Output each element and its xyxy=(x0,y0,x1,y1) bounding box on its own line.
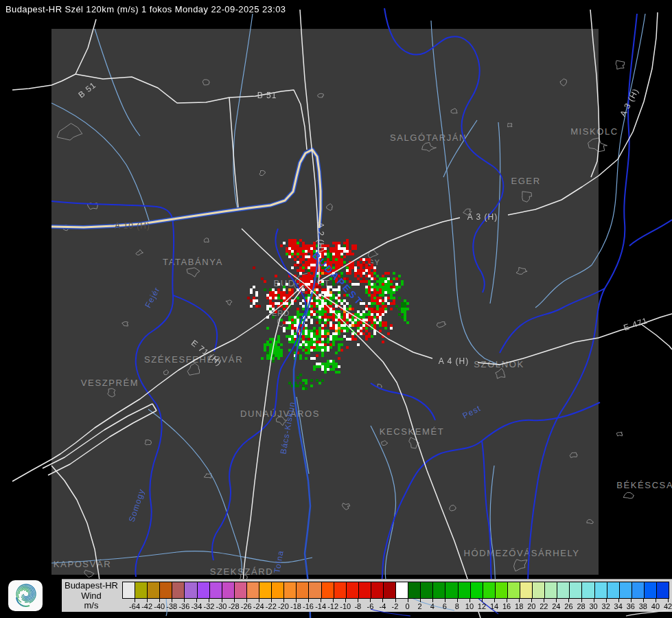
legend-color-box xyxy=(445,582,457,598)
legend-tick-label: -32 xyxy=(204,602,215,610)
legend-color-box xyxy=(532,582,544,598)
legend-tick-label: -8 xyxy=(354,602,361,610)
legend-tick-label: -26 xyxy=(241,602,252,610)
road-label-b-51: B 51 xyxy=(76,80,97,100)
legend-tick-label: 28 xyxy=(577,602,585,610)
legend-color-box xyxy=(147,582,159,598)
legend-tick-label: 8 xyxy=(455,602,459,610)
county-label-b-cs-kiskun: Bács-Kiskun xyxy=(278,401,297,455)
legend-color-box xyxy=(520,582,532,598)
radar-image: Budapest-HR Szél 120km (m/s) 1 fokos Mon… xyxy=(0,0,672,618)
legend-tick-label: 14 xyxy=(490,602,498,610)
legend-tick-label: 34 xyxy=(614,602,623,610)
legend-color-box xyxy=(184,582,196,598)
legend-tick-label: -16 xyxy=(303,602,314,610)
legend-unit: m/s xyxy=(60,601,122,611)
legend-color-box xyxy=(197,582,209,598)
legend-color-box xyxy=(483,582,495,598)
legend-tick-label: -14 xyxy=(315,602,326,610)
legend-product: Wind xyxy=(60,591,122,602)
legend-color-box xyxy=(458,582,470,598)
legend-color-box xyxy=(296,582,308,598)
met-service-spiral-logo xyxy=(8,580,43,611)
page-title: Budapest-HR Szél 120km (m/s) 1 fokos Mon… xyxy=(5,4,286,14)
legend-tick-label: 10 xyxy=(465,602,474,610)
legend-color-box xyxy=(383,582,395,598)
legend-color-box xyxy=(135,582,147,598)
legend-tick-label: 18 xyxy=(515,602,523,610)
legend-tick-label: -64 xyxy=(129,602,140,610)
legend-tick-label: -10 xyxy=(340,602,351,610)
road-label-a-3-h-: A 3 (H) xyxy=(467,212,498,222)
legend-color-box xyxy=(308,582,321,598)
legend-tick-label: 32 xyxy=(602,602,610,610)
legend-tick-label: -40 xyxy=(154,602,165,610)
legend-tick-label: -4 xyxy=(380,602,386,610)
legend-color-box xyxy=(656,582,669,598)
map-text-labels-layer: B 51B 51A 3 (H)A 3 (H)A 10 (H)A 2 (H)A 4… xyxy=(0,0,672,580)
legend-color-strip xyxy=(122,582,669,599)
county-label-somogy: Somogy xyxy=(127,488,147,523)
legend-color-box xyxy=(209,582,222,598)
legend-color-box xyxy=(159,582,172,598)
legend-color-box xyxy=(544,582,557,598)
legend-tick-label: -42 xyxy=(141,602,152,610)
legend-color-box xyxy=(581,582,594,598)
legend-tick-label: 22 xyxy=(540,602,548,610)
legend-tick-label: 24 xyxy=(552,602,560,610)
legend-tick-label: -38 xyxy=(166,602,177,610)
legend-color-box xyxy=(507,582,520,598)
legend-tick-label: -28 xyxy=(229,602,240,610)
legend-color-box xyxy=(346,582,358,598)
legend-bar: Budapest-HR Wind m/s -64-42-40-38-36-34-… xyxy=(0,579,672,618)
legend-tick-label: -2 xyxy=(392,602,399,610)
legend-color-box xyxy=(283,582,296,598)
legend-color-box xyxy=(420,582,432,598)
legend-tick-label: -6 xyxy=(367,602,373,610)
legend-color-box xyxy=(259,582,271,598)
road-label-e-71-h-: E 71 (H) xyxy=(189,338,224,367)
legend-tick-label: -20 xyxy=(278,602,289,610)
legend-color-box xyxy=(619,582,632,598)
legend-tick-label: -34 xyxy=(191,602,202,610)
legend-color-box xyxy=(470,582,483,598)
legend-tick-label: 6 xyxy=(443,602,447,610)
legend-tick-label: 0 xyxy=(406,602,410,610)
road-label-a-3-h-: A 3 (H) xyxy=(618,87,640,118)
legend-tick-label: -18 xyxy=(290,602,301,610)
legend-color-box xyxy=(321,582,334,598)
road-label-a-4-h-: A 4 (H) xyxy=(439,356,469,366)
legend-color-box xyxy=(395,582,408,598)
legend-color-box xyxy=(569,582,581,598)
legend-tick-label: 12 xyxy=(478,602,486,610)
road-label-b-51: B 51 xyxy=(257,91,277,100)
legend-color-box xyxy=(644,582,656,598)
legend-color-box xyxy=(123,582,135,598)
legend-color-box xyxy=(432,582,445,598)
legend-tick-label: 26 xyxy=(564,602,572,610)
water-label-budapest: BUDAPEST xyxy=(310,250,366,308)
legend-color-box xyxy=(172,582,184,598)
legend-tick-label: -12 xyxy=(327,602,338,610)
legend-color-box xyxy=(222,582,234,598)
legend-color-box xyxy=(594,582,607,598)
legend-tick-label: -24 xyxy=(253,602,264,610)
legend-color-box xyxy=(371,582,383,598)
legend-radar-name: Budapest-HR xyxy=(60,581,122,591)
road-label-a-10-h-: A 10 (H) xyxy=(115,221,150,231)
legend-tick-label: 2 xyxy=(418,602,422,610)
legend-color-box xyxy=(334,582,346,598)
road-label-a-2-h-: A 2 (H) xyxy=(316,222,325,253)
legend-tick-label: 36 xyxy=(627,602,635,610)
legend-tick-label: -22 xyxy=(266,602,277,610)
legend-color-box xyxy=(607,582,619,598)
county-label-tolna: Tolna xyxy=(272,549,286,574)
legend-tick-label: 40 xyxy=(651,602,660,610)
legend-tick-label: 38 xyxy=(639,602,647,610)
legend-color-box xyxy=(234,582,246,598)
legend-tick-label: 30 xyxy=(589,602,597,610)
legend-tick-label: -30 xyxy=(216,602,227,610)
legend-color-box xyxy=(557,582,569,598)
road-label-e-471: E 471 xyxy=(623,316,649,333)
county-label-fej-r: Fejér xyxy=(143,285,162,309)
